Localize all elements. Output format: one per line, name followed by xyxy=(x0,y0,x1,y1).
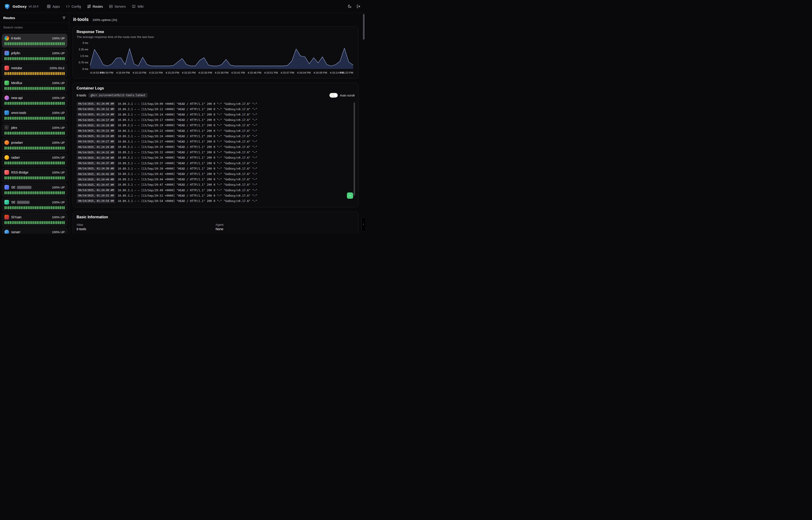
log-row: 09/14/2025, 01:24:49 AM10.89.3.1 – – [13… xyxy=(77,187,351,193)
app-icon xyxy=(4,200,9,205)
app-version: v0.18.0 xyxy=(29,5,39,8)
uptime-bars xyxy=(4,161,65,164)
svg-text:4:15:04 PM: 4:15:04 PM xyxy=(116,71,130,74)
log-timestamp: 09/14/2025, 01:24:44 AM xyxy=(77,177,115,181)
code-icon xyxy=(66,4,70,8)
it-tools-icon xyxy=(4,36,9,41)
miniflux-icon xyxy=(4,81,9,85)
sonarr-icon xyxy=(4,230,9,234)
log-timestamp: 09/14/2025, 01:24:14 AM xyxy=(77,112,115,117)
response-time-chart: 3 ms2.25 ms1.5 ms0.75 ms0 ms4:14:53 PM4:… xyxy=(77,41,355,75)
route-name: metube xyxy=(11,66,22,70)
uptime-bars xyxy=(4,176,65,179)
route-name: radarr xyxy=(11,156,20,159)
app-title: GoDoxy xyxy=(12,4,27,9)
godoxy-logo[interactable] xyxy=(4,3,10,9)
search-routes-input[interactable] xyxy=(0,23,69,32)
nav-item-apps[interactable]: Apps xyxy=(47,4,60,8)
log-message: 10.89.3.1 – – [13/Sep/20:09 +0000] "HEAD… xyxy=(117,102,257,106)
nav-item-wiki[interactable]: Wiki xyxy=(132,4,143,8)
route-item-radarr[interactable]: radarr100% UP xyxy=(2,153,67,167)
route-name: SiYuan xyxy=(11,215,21,219)
route-item-new-api[interactable]: new-api100% UP xyxy=(2,94,67,107)
svg-text:3 ms: 3 ms xyxy=(82,42,88,44)
scroll-to-top-button[interactable] xyxy=(347,192,353,199)
top-navbar: GoDoxy v0.18.0 AppsConfigRoutesServersWi… xyxy=(0,0,365,13)
svg-text:4:15:41 PM: 4:15:41 PM xyxy=(231,71,245,74)
route-item-siyuan[interactable]: SiYuan100% UP xyxy=(2,213,67,227)
log-message: 10.89.3.1 – – [13/Sep/20:47 +0000] "HEAD… xyxy=(117,183,257,186)
log-row: 09/14/2025, 01:24:19 AM10.89.3.1 – – [13… xyxy=(77,123,351,128)
route-status: 100% IDLE xyxy=(49,67,65,70)
uptime-bars xyxy=(4,117,65,120)
chart-wrap: 3 ms2.25 ms1.5 ms0.75 ms0 ms4:14:53 PM4:… xyxy=(77,41,355,75)
route-item-redacted-11[interactable]: SE100% UP xyxy=(2,198,67,211)
log-timestamp: 09/14/2025, 01:24:19 AM xyxy=(77,123,115,127)
theme-toggle-button[interactable] xyxy=(347,4,352,9)
log-row: 09/14/2025, 01:24:09 AM10.89.3.1 – – [13… xyxy=(77,101,351,106)
uptime-bars xyxy=(4,206,65,209)
route-item-redacted-10[interactable]: SE100% UP xyxy=(2,183,67,197)
log-message: 10.89.3.1 – – [13/Sep/20:17 +0000] "HEAD… xyxy=(117,119,257,122)
logout-button[interactable] xyxy=(357,4,361,9)
info-value-alias: it-tools xyxy=(77,227,216,231)
log-message: 10.89.3.1 – – [13/Sep/20:12 +0000] "HEAD… xyxy=(117,108,257,111)
uptime-bars xyxy=(4,42,65,45)
log-timestamp: 09/14/2025, 01:24:49 AM xyxy=(77,188,115,192)
route-item-rss-bridge[interactable]: RSS-Bridge100% UP xyxy=(2,168,67,182)
app-layout: Routes it-tools100% UPjellyfin100% UPmet… xyxy=(0,13,365,234)
svg-text:4:15:30 PM: 4:15:30 PM xyxy=(198,71,212,74)
container-image-badge: ghcr.io/corentinth/it-tools:latest xyxy=(88,93,147,98)
page-scrollbar-thumb[interactable] xyxy=(363,14,365,40)
book-icon xyxy=(132,4,136,8)
route-item-jellyfin[interactable]: jellyfin100% UP xyxy=(2,49,67,62)
svg-text:4:15:46 PM: 4:15:46 PM xyxy=(248,71,261,74)
log-timestamp: 09/14/2025, 01:24:52 AM xyxy=(77,193,115,198)
log-message: 10.89.3.1 – – [13/Sep/20:54 +0000] "HEAD… xyxy=(117,200,257,203)
svg-text:0.75 ms: 0.75 ms xyxy=(79,61,88,64)
route-name: sonarr xyxy=(11,230,21,234)
route-item-it-tools[interactable]: it-tools100% UP xyxy=(2,34,67,48)
svg-text:4:16:09 PM: 4:16:09 PM xyxy=(313,71,327,74)
uptime-bars xyxy=(4,57,65,60)
route-name: jellyfin xyxy=(11,51,20,55)
log-scrollbar-thumb[interactable] xyxy=(354,103,355,196)
route-item-metube[interactable]: metube100% IDLE xyxy=(2,63,67,77)
server-icon xyxy=(109,4,113,8)
new-api-icon xyxy=(4,96,9,100)
route-status: 100% UP xyxy=(52,141,65,145)
nav-item-config[interactable]: Config xyxy=(66,4,81,8)
sidebar-header: Routes xyxy=(0,13,69,23)
route-status: 100% UP xyxy=(52,186,65,189)
rss-bridge-icon xyxy=(4,170,9,175)
route-item-plex[interactable]: ›plex100% UP xyxy=(2,123,67,137)
auto-scroll-toggle[interactable] xyxy=(329,93,338,98)
nav-item-routes[interactable]: Routes xyxy=(87,4,103,8)
route-status: 100% UP xyxy=(52,215,65,219)
route-item-omni-tools[interactable]: omni-tools100% UP xyxy=(2,108,67,122)
uptime-bars xyxy=(4,72,65,75)
uptime-bars xyxy=(4,191,65,194)
route-item-sonarr[interactable]: sonarr100% UP xyxy=(2,228,67,234)
log-message: 10.89.3.1 – – [13/Sep/20:14 +0000] "HEAD… xyxy=(117,113,257,116)
page-header: it-tools 100% uptime (1h) xyxy=(73,16,359,23)
route-item-miniflux[interactable]: Miniflux100% UP xyxy=(2,79,67,92)
log-timestamp: 09/14/2025, 01:24:32 AM xyxy=(77,150,115,154)
container-name: it-tools xyxy=(77,94,86,97)
filter-icon[interactable] xyxy=(62,16,66,20)
log-timestamp: 09/14/2025, 01:24:12 AM xyxy=(77,107,115,111)
response-time-title: Response Time xyxy=(77,30,355,34)
nav-item-servers[interactable]: Servers xyxy=(109,4,126,8)
svg-text:2.25 ms: 2.25 ms xyxy=(79,48,88,51)
drawer-collapse-tab[interactable] xyxy=(362,217,365,232)
main-content: it-tools 100% uptime (1h) Response Time … xyxy=(69,13,365,234)
route-name-text: new-api xyxy=(11,96,23,100)
log-timestamp: 09/14/2025, 01:24:37 AM xyxy=(77,161,115,165)
log-message: 10.89.3.1 – – [13/Sep/20:39 +0000] "HEAD… xyxy=(117,167,257,170)
app-icon xyxy=(4,185,9,190)
svg-text:4:16:23 PM: 4:16:23 PM xyxy=(339,71,353,74)
route-list: it-tools100% UPjellyfin100% UPmetube100%… xyxy=(0,32,69,234)
route-name: it-tools xyxy=(11,36,21,40)
topbar-actions xyxy=(347,4,361,9)
route-item-prowlarr[interactable]: prowlarr100% UP xyxy=(2,138,67,152)
